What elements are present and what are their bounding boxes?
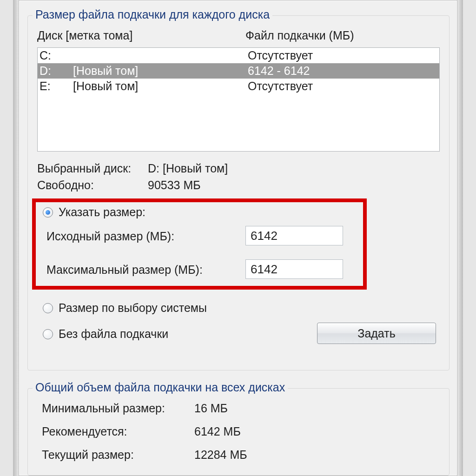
free-space-label: Свободно: <box>37 178 148 192</box>
free-space-value: 90533 МБ <box>148 178 201 192</box>
drive-pagefile: Отсутствует <box>248 48 437 63</box>
minimum-size-value: 16 МБ <box>194 402 228 415</box>
column-header-pagefile: Файл подкачки (МБ) <box>245 29 440 42</box>
radio-dot-icon <box>43 207 53 218</box>
drive-letter: C: <box>40 48 73 63</box>
current-size-label: Текущий размер: <box>42 448 194 462</box>
drive-label: [Новый том] <box>73 63 248 79</box>
drive-letter: E: <box>40 79 73 94</box>
drive-pagefile: Отсутствует <box>248 79 437 94</box>
radio-no-paging-file[interactable]: Без файла подкачки <box>43 327 168 341</box>
current-size-value: 12284 МБ <box>194 448 247 462</box>
set-button[interactable]: Задать <box>317 323 436 344</box>
total-groupbox: Общий объем файла подкачки на всех диска… <box>27 388 450 476</box>
drive-label: [Новый том] <box>73 79 248 94</box>
virtual-memory-panel: Размер файла подкачки для каждого диска … <box>19 0 457 476</box>
selected-drive-label: Выбранный диск: <box>37 162 148 175</box>
per-drive-group-title: Размер файла подкачки для каждого диска <box>33 8 272 21</box>
radio-system-managed[interactable]: Размер по выбору системы <box>43 301 207 315</box>
per-drive-groupbox: Размер файла подкачки для каждого диска … <box>27 15 450 370</box>
recommended-size-label: Рекомендуется: <box>42 425 194 438</box>
radio-no-paging-file-label: Без файла подкачки <box>59 327 168 341</box>
drive-label <box>73 48 248 63</box>
radio-dot-icon <box>43 329 53 339</box>
total-group-title: Общий объем файла подкачки на всех диска… <box>33 381 288 394</box>
column-header-drive: Диск [метка тома] <box>37 29 245 42</box>
minimum-size-label: Минимальный размер: <box>42 402 194 415</box>
initial-size-label: Исходный размер (МБ): <box>46 230 174 243</box>
drive-listbox[interactable]: C: Отсутствует D: [Новый том] 6142 - 614… <box>37 47 440 152</box>
radio-dot-icon <box>43 303 53 313</box>
radio-custom-size[interactable]: Указать размер: <box>43 205 145 219</box>
radio-system-managed-label: Размер по выбору системы <box>59 301 207 315</box>
drive-letter: D: <box>40 63 73 79</box>
initial-size-input[interactable]: 6142 <box>245 226 343 245</box>
drive-row[interactable]: C: Отсутствует <box>38 48 439 63</box>
selected-drive-value: D: [Новый том] <box>148 162 228 175</box>
maximum-size-label: Максимальный размер (МБ): <box>46 263 203 277</box>
drive-pagefile: 6142 - 6142 <box>248 63 437 79</box>
drive-row[interactable]: D: [Новый том] 6142 - 6142 <box>38 63 439 79</box>
maximum-size-input[interactable]: 6142 <box>245 259 343 279</box>
drive-row[interactable]: E: [Новый том] Отсутствует <box>38 79 439 94</box>
radio-custom-size-label: Указать размер: <box>59 205 145 219</box>
recommended-size-value: 6142 МБ <box>194 425 241 438</box>
